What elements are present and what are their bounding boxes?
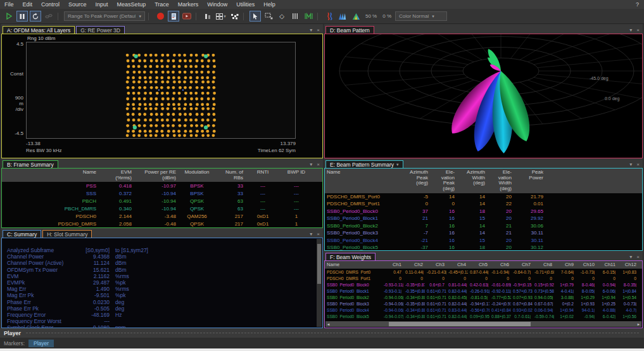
select-cursor-button[interactable] bbox=[249, 11, 261, 22]
table-row[interactable]: SSB0_Period0_Block5-0.94-0.07j-0.34+j0.8… bbox=[325, 313, 642, 319]
tab-beam-pattern[interactable]: D: Beam Pattern bbox=[325, 26, 374, 34]
column-header[interactable]: Azimuth Width (deg) bbox=[457, 169, 487, 193]
menu-item-source[interactable]: Source bbox=[64, 1, 91, 8]
column-header[interactable]: Power per RE (dBm) bbox=[134, 169, 178, 182]
marker-tab-player[interactable]: Player bbox=[28, 340, 54, 347]
column-header[interactable]: Name bbox=[325, 169, 400, 193]
column-header[interactable]: Num. of RBs bbox=[216, 169, 245, 182]
close-icon[interactable]: × bbox=[317, 27, 320, 33]
player-timeline[interactable] bbox=[26, 333, 639, 333]
column-header[interactable]: BWP ID bbox=[281, 169, 312, 182]
table-row[interactable]: SSB0_Period0_Block4-2116152030.11 bbox=[325, 237, 642, 245]
table-row[interactable]: SSB0_Period0_Block12116152029.92 bbox=[325, 215, 642, 222]
column-header[interactable]: Ch3 bbox=[425, 261, 446, 269]
help-icon[interactable]: ? bbox=[631, 1, 644, 8]
tab-ofdm-meas-all-layers[interactable]: A: OFDM Meas: All Layers bbox=[3, 26, 75, 34]
menu-item-input[interactable]: Input bbox=[91, 1, 113, 8]
table-row[interactable]: SSS0.372-10.94BPSK33------ bbox=[2, 189, 322, 197]
column-header[interactable]: Ch12 bbox=[617, 261, 638, 269]
column-header[interactable]: Peak Power bbox=[514, 169, 545, 193]
column-header[interactable]: Ch6 bbox=[489, 261, 511, 269]
column-header[interactable]: Ch2 bbox=[403, 261, 425, 269]
tab-slot-summary[interactable]: H: Slot Summary bbox=[42, 230, 92, 238]
panel-menu-icon[interactable]: ▾ bbox=[310, 27, 312, 33]
tab-re-power-3d[interactable]: G: RE Power 3D bbox=[76, 26, 125, 34]
column-header[interactable]: EVM (%rms) bbox=[98, 169, 134, 182]
column-header[interactable]: Ch4 bbox=[446, 261, 468, 269]
beam-pattern-3d-view[interactable]: -45.0 deg 0.0 deg bbox=[324, 34, 643, 158]
spectrogram-icon[interactable] bbox=[324, 11, 335, 22]
menu-item-trace[interactable]: Trace bbox=[150, 1, 174, 8]
column-header[interactable]: Ch11 bbox=[597, 261, 617, 269]
table-row[interactable]: PSS0.418-10.97BPSK33------ bbox=[2, 182, 322, 189]
column-header[interactable]: Name bbox=[325, 261, 382, 269]
table-row[interactable]: SSB0_Period0_Block0-0.93-0.11j-0.35+j0.8… bbox=[325, 281, 642, 288]
column-header[interactable]: Name bbox=[2, 169, 98, 182]
report-button[interactable] bbox=[168, 11, 179, 22]
column-header[interactable]: Modulation bbox=[178, 169, 216, 182]
close-icon[interactable]: × bbox=[636, 162, 640, 167]
column-header[interactable]: Ch8 bbox=[533, 261, 554, 269]
trace-dots-icon[interactable] bbox=[229, 11, 240, 22]
panel-menu-icon[interactable]: ▾ bbox=[629, 162, 632, 167]
tab-summary[interactable]: C: Summary bbox=[3, 230, 41, 238]
column-header[interactable]: RNTI bbox=[245, 169, 281, 182]
table-row[interactable]: SSB0_Period0_Block2716142130.06 bbox=[325, 222, 642, 230]
scroll-right-icon[interactable]: ► bbox=[636, 322, 641, 326]
pause-button[interactable] bbox=[16, 11, 28, 22]
transparency-percent[interactable]: 50 % bbox=[363, 13, 379, 19]
close-icon[interactable]: × bbox=[636, 254, 640, 260]
tab-beam-pattern-summary[interactable]: E: Beam Pattern Summary ▾ bbox=[325, 160, 403, 169]
table-row[interactable]: SSB0_Period0_Block5-3716182030.12 bbox=[325, 244, 642, 251]
constellation-grid[interactable] bbox=[26, 42, 296, 139]
prism-3d-icon[interactable] bbox=[350, 11, 362, 22]
table-row[interactable]: PDSCH0_DMRS_Port0-514142021.79 bbox=[325, 193, 642, 201]
column-header[interactable]: Ch5 bbox=[468, 261, 489, 269]
scroll-left-icon[interactable]: ◄ bbox=[325, 322, 331, 326]
panel-menu-icon[interactable]: ▾ bbox=[310, 162, 312, 167]
column-header[interactable]: Ele- vation Width (deg) bbox=[487, 169, 514, 193]
menu-item-meassetup[interactable]: MeasSetup bbox=[113, 1, 151, 8]
column-header[interactable]: Ch1 bbox=[382, 261, 403, 269]
tab-frame-summary[interactable]: B: Frame Summary bbox=[3, 160, 58, 169]
menu-item-help[interactable]: Help bbox=[259, 1, 280, 8]
vertical-scrollbar[interactable] bbox=[317, 239, 322, 327]
restart-button[interactable] bbox=[30, 11, 41, 22]
offset-markers-button[interactable] bbox=[289, 11, 301, 22]
menu-item-utilities[interactable]: Utilities bbox=[232, 1, 259, 8]
table-row[interactable]: PDSCH0_DMRS_Port00.470.11-0.44j-0.21-0.4… bbox=[325, 269, 642, 275]
record-button[interactable] bbox=[155, 11, 166, 22]
menu-item-file[interactable]: File bbox=[0, 1, 18, 8]
column-header[interactable]: Azimuth Peak (deg) bbox=[400, 169, 430, 193]
table-row[interactable]: SSB0_Period0_Block1-0.93-0.1j-0.35+j0.88… bbox=[325, 288, 642, 294]
column-header[interactable]: Ch7 bbox=[511, 261, 533, 269]
video-capture-button[interactable] bbox=[181, 11, 193, 22]
table-row[interactable]: PBCH0.491-10.94QPSK63------ bbox=[2, 197, 322, 205]
table-row[interactable]: PDSCH0_DMRS2.058-0.48QPSK2170xD11 bbox=[2, 220, 322, 227]
table-row[interactable]: SSB0_Period0_Block2-0.94-0.06j-0.34+j0.8… bbox=[325, 294, 642, 300]
marker-diamond-button[interactable]: ◇ bbox=[276, 11, 287, 22]
table-row[interactable]: SSB0_Period0_Block3-716142130.11 bbox=[325, 229, 642, 237]
marker-m-button[interactable] bbox=[303, 11, 314, 22]
column-header[interactable]: Ch10 bbox=[576, 261, 597, 269]
column-header[interactable]: Ch9 bbox=[554, 261, 576, 269]
menu-item-control[interactable]: Control bbox=[37, 1, 64, 8]
column-header[interactable]: Ele- vation Peak (deg) bbox=[430, 169, 457, 193]
panel-menu-icon[interactable]: ▾ bbox=[629, 27, 632, 33]
table-row[interactable]: SSB0_Period0_Block3-0.94-0.06j-0.35+j0.8… bbox=[325, 300, 642, 307]
link-icon[interactable] bbox=[43, 11, 54, 22]
close-icon[interactable]: × bbox=[636, 27, 640, 33]
layout-grid-button[interactable]: ▾ bbox=[215, 11, 227, 22]
scrollbar-thumb[interactable] bbox=[389, 322, 531, 326]
meas-bar-icon[interactable] bbox=[202, 11, 213, 22]
table-row[interactable]: SSB0_Period0_Block03716182029.65 bbox=[325, 208, 642, 215]
table-row[interactable]: PDSCH0_DMRS_Port10014220.01 bbox=[325, 200, 642, 208]
menu-item-edit[interactable]: Edit bbox=[18, 1, 37, 8]
table-row[interactable]: PDSCH0_DMRS_Port1000000000000 bbox=[325, 275, 642, 281]
play-button[interactable] bbox=[3, 11, 15, 22]
waterfall-icon[interactable] bbox=[337, 11, 348, 22]
table-row[interactable]: PDSCH02.144-3.48QAM2562170xD11 bbox=[2, 212, 322, 220]
zoom-box-button[interactable] bbox=[263, 11, 274, 22]
menu-item-window[interactable]: Window bbox=[203, 1, 232, 8]
menu-item-markers[interactable]: Markers bbox=[174, 1, 203, 8]
